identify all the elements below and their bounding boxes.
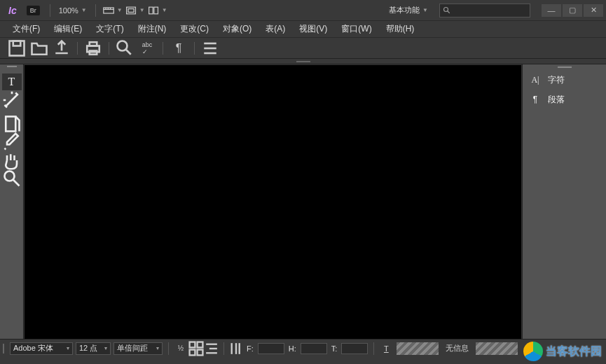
character-icon: A| — [530, 74, 541, 85]
save-button[interactable] — [7, 40, 27, 57]
character-panel-tab[interactable]: A| 字符 — [523, 70, 606, 90]
menu-window[interactable]: 窗口(W) — [334, 23, 378, 35]
font-size-select[interactable]: 12 点▾ — [76, 342, 111, 355]
svg-rect-25 — [198, 342, 203, 347]
panel-drag-handle[interactable] — [0, 66, 23, 70]
bridge-badge[interactable]: Br — [27, 6, 40, 15]
chevron-down-icon: ▾ — [156, 345, 159, 351]
size-value: 12 点 — [79, 343, 97, 354]
panel-label: 字符 — [548, 74, 565, 86]
drag-handle[interactable] — [3, 340, 8, 357]
watermark-logo-icon — [523, 342, 543, 361]
view-options-button[interactable]: ▼ — [103, 3, 123, 18]
zoom-level-dropdown[interactable]: 100% ▼ — [59, 6, 87, 15]
font-family-select[interactable]: Adobe 宋体▾ — [10, 342, 73, 355]
menu-notes[interactable]: 附注(N) — [131, 23, 174, 35]
note-icon — [2, 114, 22, 134]
eyedropper-icon — [2, 132, 22, 152]
app-logo: Ic — [3, 5, 22, 16]
window-controls: — ▢ ✕ — [542, 4, 603, 17]
menu-view[interactable]: 视图(V) — [292, 23, 334, 35]
menu-text[interactable]: 文字(T) — [89, 23, 130, 35]
arrange-icon — [148, 5, 159, 16]
open-button[interactable] — [29, 40, 49, 57]
svg-rect-24 — [190, 342, 195, 347]
menu-edit[interactable]: 编辑(E) — [47, 23, 89, 35]
zoom-tool[interactable] — [2, 170, 22, 187]
underline-button[interactable]: T — [378, 342, 394, 356]
menu-object[interactable]: 对象(O) — [216, 23, 259, 35]
print-icon — [83, 38, 103, 58]
hand-tool[interactable] — [2, 152, 22, 169]
chevron-down-icon: ▼ — [117, 7, 123, 13]
separator — [168, 342, 169, 355]
wand-icon — [2, 90, 22, 110]
paragraph-panel-tab[interactable]: ¶ 段落 — [523, 90, 606, 109]
fraction-button[interactable]: ½ — [173, 342, 188, 356]
type-icon: T — [8, 76, 15, 88]
menu-bar: 文件(F) 编辑(E) 文字(T) 附注(N) 更改(C) 对象(O) 表(A)… — [0, 21, 606, 38]
separator — [194, 42, 195, 55]
menu-changes[interactable]: 更改(C) — [173, 23, 216, 35]
leading-select[interactable]: 单倍间距▾ — [113, 342, 163, 355]
svg-point-16 — [118, 41, 128, 50]
stripe-indicator — [397, 342, 439, 355]
close-button[interactable]: ✕ — [584, 4, 603, 17]
t-field[interactable] — [341, 343, 368, 354]
zoom-value: 100% — [59, 6, 78, 15]
svg-rect-12 — [13, 41, 21, 46]
find-button[interactable] — [115, 40, 135, 57]
indent-button[interactable] — [204, 342, 219, 356]
chevron-down-icon: ▼ — [422, 7, 428, 13]
svg-point-9 — [444, 7, 448, 11]
svg-rect-7 — [149, 7, 153, 14]
panel-drag-handle[interactable] — [523, 64, 606, 70]
spellcheck-button[interactable]: abc✓ — [137, 40, 157, 57]
type-tool[interactable]: T — [2, 74, 22, 90]
separator — [95, 4, 96, 17]
menu-help[interactable]: 帮助(H) — [379, 23, 422, 35]
expand-handle[interactable] — [0, 59, 606, 64]
no-info-label: 无信息 — [446, 343, 469, 354]
svg-rect-26 — [190, 349, 195, 355]
minimize-button[interactable]: — — [542, 4, 561, 17]
f-label: F: — [247, 344, 254, 353]
tool-panel: T — [0, 64, 24, 340]
vertical-text-button[interactable] — [228, 342, 244, 356]
print-button[interactable] — [83, 40, 103, 57]
search-input[interactable] — [439, 4, 530, 18]
title-bar: Ic Br 100% ▼ ▼ ▼ ▼ 基本功能 ▼ — ▢ ✕ — [0, 0, 606, 21]
option-bar: abc✓ ¶ — [0, 38, 606, 59]
workspace-selector[interactable]: 基本功能 ▼ — [383, 5, 434, 15]
arrange-button[interactable]: ▼ — [148, 3, 167, 18]
pilcrow-icon: ¶ — [530, 94, 541, 105]
export-button[interactable] — [52, 40, 71, 57]
f-field[interactable] — [258, 343, 284, 354]
screen-mode-button[interactable]: ▼ — [125, 3, 145, 18]
hand-icon — [2, 150, 22, 170]
pilcrow-button[interactable]: ¶ — [169, 40, 188, 57]
pilcrow-icon: ¶ — [176, 42, 182, 55]
filmstrip-icon — [103, 5, 114, 16]
h-label: H: — [289, 344, 296, 353]
list-button[interactable] — [200, 40, 220, 57]
control-bar: Adobe 宋体▾ 12 点▾ 单倍间距▾ ½ F: H: T: T 无信息 — [0, 339, 606, 357]
indent-icon — [204, 341, 219, 356]
svg-rect-11 — [10, 41, 25, 55]
vertical-text-icon — [228, 341, 244, 356]
menu-table[interactable]: 表(A) — [259, 23, 292, 35]
document-canvas[interactable] — [24, 64, 522, 340]
h-field[interactable] — [301, 343, 327, 354]
grid-button[interactable] — [188, 342, 204, 356]
note-tool[interactable] — [2, 115, 22, 132]
separator — [223, 342, 224, 355]
type-on-path-tool[interactable] — [2, 92, 22, 108]
stripe-indicator — [476, 342, 518, 355]
menu-file[interactable]: 文件(F) — [6, 23, 47, 35]
separator — [373, 342, 374, 355]
eyedropper-tool[interactable] — [2, 134, 22, 150]
watermark-text: 当客软件园 — [546, 344, 602, 359]
underline-icon: T — [384, 344, 389, 353]
magnifier-icon — [2, 169, 22, 188]
maximize-button[interactable]: ▢ — [563, 4, 582, 17]
